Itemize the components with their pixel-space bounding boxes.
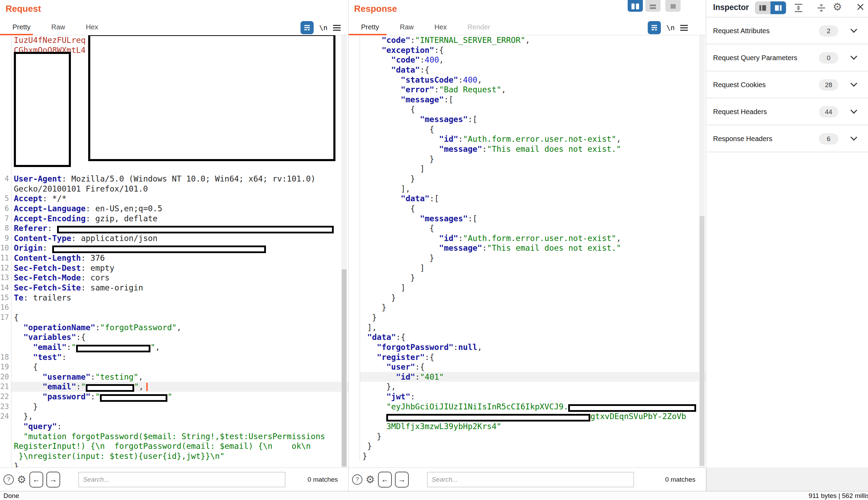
chevron-down-icon[interactable] <box>850 26 857 33</box>
code-line[interactable]: Gecko/20100101 Firefox/101.0 <box>0 184 348 194</box>
chevron-down-icon[interactable] <box>850 107 857 114</box>
layout-single-button[interactable] <box>665 0 681 12</box>
code-line[interactable]: "error":"Bad Request", <box>349 85 706 95</box>
chevron-down-icon[interactable] <box>850 134 857 141</box>
word-wrap-toggle-button[interactable] <box>301 21 314 34</box>
code-line[interactable]: 3MDlfjx3mzwL39ybHp2Krs4" <box>349 422 706 432</box>
code-line[interactable]: "operationName":"forgotPassword", <box>0 323 348 333</box>
search-help-icon[interactable]: ? <box>352 474 362 485</box>
code-line[interactable]: "code":400, <box>349 55 706 65</box>
code-line[interactable]: 11Content-Length: 376 <box>0 253 348 263</box>
code-line[interactable]: 20 "username":"testing", <box>0 372 348 382</box>
code-line[interactable]: { <box>349 104 706 114</box>
request-search-input[interactable] <box>79 472 285 487</box>
chevron-down-icon[interactable] <box>850 80 857 87</box>
code-line[interactable]: ], <box>349 184 706 194</box>
code-line[interactable]: 12Sec-Fetch-Dest: empty <box>0 263 348 273</box>
code-line[interactable]: "data":{ <box>349 65 706 75</box>
dock-left-button[interactable] <box>755 1 770 14</box>
code-line[interactable]: 23 } <box>0 402 348 412</box>
code-line[interactable]: } <box>349 303 706 313</box>
search-next-button[interactable]: → <box>46 472 60 488</box>
search-previous-button[interactable]: ← <box>378 472 392 488</box>
inspector-section-request-headers[interactable]: Request Headers44 <box>706 98 868 125</box>
code-line[interactable]: 4User-Agent: Mozilla/5.0 (Windows NT 10.… <box>0 174 348 184</box>
search-settings-gear-icon[interactable]: ⚙ <box>366 474 375 485</box>
tab-pretty[interactable]: Pretty <box>361 23 379 31</box>
tab-render[interactable]: Render <box>468 23 490 31</box>
chevron-down-icon[interactable] <box>850 53 857 60</box>
code-line[interactable]: "code":"INTERNAL_SERVER_ERROR", <box>349 35 706 45</box>
code-line[interactable]: "register":{ <box>349 352 706 362</box>
request-scrollbar-thumb[interactable] <box>342 269 347 466</box>
editor-menu-icon[interactable] <box>680 25 688 31</box>
code-line[interactable]: }\nregister(input: $test){user{id},jwt}}… <box>0 451 348 461</box>
code-line[interactable]: 17{ <box>0 313 348 323</box>
editor-menu-icon[interactable] <box>333 25 341 31</box>
code-line[interactable]: } <box>0 461 348 467</box>
code-line[interactable]: 7Accept-Encoding: gzip, deflate <box>0 214 348 224</box>
word-wrap-toggle-button[interactable] <box>648 21 661 34</box>
inspector-section-request-cookies[interactable]: Request Cookies28 <box>706 71 868 98</box>
inspector-close-icon[interactable] <box>856 3 865 12</box>
search-next-button[interactable]: → <box>395 472 409 488</box>
code-line[interactable]: 24 }, <box>0 411 348 422</box>
layout-rows-button[interactable] <box>645 0 661 12</box>
code-line[interactable]: } <box>349 432 706 442</box>
code-line[interactable]: 18 "test": <box>0 352 348 362</box>
code-line[interactable]: 13Sec-Fetch-Mode: cors <box>0 273 348 283</box>
code-line[interactable]: }, <box>349 382 706 392</box>
code-line[interactable]: ] <box>349 164 706 174</box>
search-previous-button[interactable]: ← <box>29 472 43 488</box>
code-line[interactable]: "id":"401" <box>349 372 706 382</box>
code-line[interactable]: "eyJhbGciOiJIUzI1NiIsInR5cCI6IkpXVCJ9. <box>349 402 706 412</box>
collapse-all-icon[interactable] <box>816 3 827 15</box>
code-line[interactable]: } <box>349 451 706 461</box>
code-line[interactable]: gtxvDEqnSVuPbY-2ZoVb <box>349 411 706 422</box>
code-line[interactable]: } <box>349 293 706 303</box>
code-line[interactable]: } <box>349 441 706 451</box>
expand-all-icon[interactable] <box>793 3 804 15</box>
tab-raw[interactable]: Raw <box>400 23 414 31</box>
code-line[interactable]: 21 "email":"", <box>0 382 348 392</box>
code-line[interactable]: "id":"Auth.form.error.user.not-exist", <box>349 134 706 144</box>
response-scrollbar[interactable] <box>699 35 705 467</box>
tab-raw[interactable]: Raw <box>51 23 65 31</box>
code-line[interactable]: ], <box>349 323 706 333</box>
code-line[interactable]: { <box>349 223 706 233</box>
code-line[interactable]: } <box>349 273 706 283</box>
code-line[interactable]: ] <box>349 283 706 293</box>
code-line[interactable]: "messages":[ <box>349 214 706 224</box>
code-line[interactable]: "variables":{ <box>0 332 348 342</box>
response-viewer[interactable]: "code":"INTERNAL_SERVER_ERROR", "excepti… <box>349 35 706 467</box>
code-line[interactable]: "statusCode":400, <box>349 75 706 85</box>
code-line[interactable]: "id":"Auth.form.error.user.not-exist", <box>349 233 706 243</box>
code-line[interactable]: 14Sec-Fetch-Site: same-origin <box>0 283 348 293</box>
tab-hex[interactable]: Hex <box>86 23 98 31</box>
show-nonprintable-toggle[interactable]: \n <box>319 24 327 32</box>
code-line[interactable]: "jwt": <box>349 392 706 402</box>
code-line[interactable]: "data":[ <box>349 194 706 204</box>
request-editor[interactable]: IuzU4fNezFULreqCGhxmOoQ8WXmtL44User-Agen… <box>0 35 348 467</box>
show-nonprintable-toggle[interactable]: \n <box>666 24 675 32</box>
code-line[interactable]: } <box>349 154 706 164</box>
code-line[interactable]: 19 { <box>0 362 348 372</box>
code-line[interactable]: } <box>349 253 706 263</box>
code-line[interactable]: } <box>349 313 706 323</box>
code-line[interactable]: 6Accept-Language: en-US,en;q=0.5 <box>0 204 348 214</box>
code-line[interactable]: "forgotPassword":null, <box>349 342 706 352</box>
search-help-icon[interactable]: ? <box>3 474 14 485</box>
code-line[interactable]: 22 "password":"" <box>0 392 348 402</box>
inspector-section-request-attributes[interactable]: Request Attributes2 <box>706 17 868 44</box>
code-line[interactable]: "exception":{ <box>349 45 706 55</box>
tab-pretty[interactable]: Pretty <box>12 23 30 31</box>
code-line[interactable]: "message":"This email does not exist." <box>349 243 706 253</box>
request-scrollbar[interactable] <box>341 35 347 467</box>
response-scrollbar-thumb[interactable] <box>700 216 704 466</box>
code-line[interactable]: RegisterInput!) {\n forgotPassword(email… <box>0 441 348 451</box>
code-line[interactable]: 9Content-Type: application/json <box>0 233 348 243</box>
code-line[interactable]: 15Te: trailers <box>0 293 348 303</box>
code-line[interactable]: "messages":[ <box>349 114 706 124</box>
code-line[interactable]: "mutation forgotPassword($email: String!… <box>0 432 348 442</box>
inspector-section-response-headers[interactable]: Response Headers6 <box>706 125 868 152</box>
